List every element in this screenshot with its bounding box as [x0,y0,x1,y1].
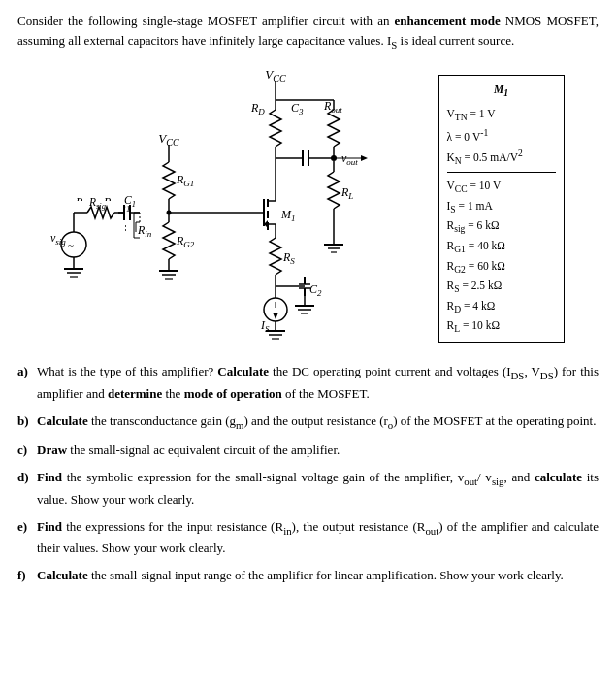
svg-rect-68 [38,201,125,288]
q-text-f: Calculate the small-signal input range o… [37,566,564,585]
params-box: M1 VTN = 1 V λ = 0 V-1 KN = 0.5 mA/V2 VC… [438,75,565,343]
q-letter-b: b) [17,411,35,433]
q-letter-d: d) [17,468,35,510]
param-lambda: λ = 0 V-1 [447,125,556,146]
q-letter-c: c) [17,441,35,460]
q-text-b: Calculate the transconductance gain (gm)… [37,411,596,433]
intro-paragraph: Consider the following single-stage MOSF… [17,12,599,51]
q-text-a: What is the type of this amplifier? Calc… [37,362,599,404]
rg1-label: RG1 [176,173,194,188]
vsig-wave: ~ [68,239,74,250]
rd-label: RD [250,101,265,116]
vout-label: vout [341,151,358,167]
question-a: a) What is the type of this amplifier? C… [17,362,599,404]
mosfet-title: M1 [447,81,556,101]
param-kn: KN = 0.5 mA/V2 [447,146,556,168]
param-rg2: RG2 = 60 kΩ [447,257,556,278]
rout-label: Rout [323,99,342,115]
question-d: d) Find the symbolic expression for the … [17,468,599,510]
param-rsig: Rsig = 6 kΩ [447,216,556,237]
param-is: IS = 1 mA [447,197,556,217]
param-rs: RS = 2.5 kΩ [447,277,556,297]
q-letter-f: f) [17,566,35,585]
svg-marker-12 [361,155,368,161]
param-rg1: RG1 = 40 kΩ [447,237,556,257]
question-e: e) Find the expressions for the input re… [17,517,599,559]
q-text-d: Find the symbolic expression for the sma… [37,468,599,510]
q-text-e: Find the expressions for the input resis… [37,517,599,559]
param-rd: RD = 4 kΩ [447,297,556,317]
param-vcc: VCC = 10 V [447,177,556,197]
emphasis-enhancement: enhancement mode [395,14,501,28]
rin-label2: Rin [137,223,152,239]
param-vtn: VTN = 1 V [447,105,556,125]
circuit-area: VCC RD C3 Rout vout [17,65,599,346]
m1-label: M1 [280,208,296,223]
svg-marker-54 [273,313,278,319]
question-f: f) Calculate the small-signal input rang… [17,566,599,585]
question-b: b) Calculate the transconductance gain (… [17,411,599,433]
circuit-diagram: VCC RD C3 Rout vout [52,65,431,346]
param-rl: RL = 10 kΩ [447,316,556,337]
rs-label: RS [282,250,295,266]
rg2-label: RG2 [176,234,195,249]
c3-label: C3 [291,101,304,116]
rl-label: RL [340,185,353,201]
q-letter-e: e) [17,517,35,559]
question-c: c) Draw the small-signal ac equivalent c… [17,441,599,460]
questions-section: a) What is the type of this amplifier? C… [17,362,599,585]
c2-label: C2 [309,282,322,298]
q-text-c: Draw the small-signal ac equivalent circ… [37,441,340,460]
q-letter-a: a) [17,362,35,404]
